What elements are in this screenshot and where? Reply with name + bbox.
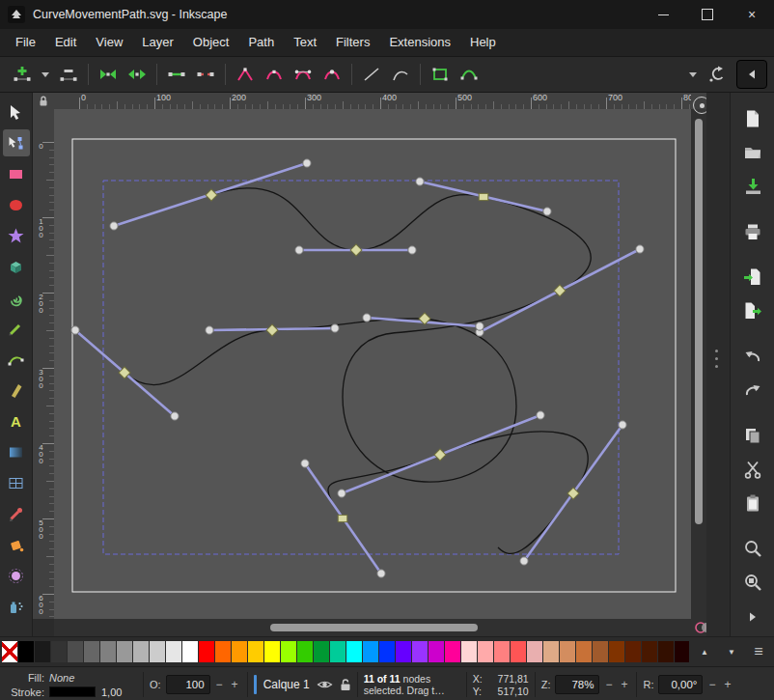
handle-end[interactable]	[303, 159, 311, 167]
menu-text[interactable]: Text	[284, 29, 326, 56]
star-tool[interactable]	[3, 222, 30, 249]
zoom-button[interactable]	[739, 537, 766, 561]
palette-swatch[interactable]	[18, 641, 34, 662]
palette-swatch[interactable]	[396, 641, 411, 662]
delete-node-button[interactable]	[54, 61, 83, 88]
palette-swatch[interactable]	[68, 641, 83, 662]
vertical-scrollbar[interactable]	[691, 109, 706, 619]
import-button[interactable]	[739, 265, 766, 289]
menu-edit[interactable]: Edit	[45, 29, 86, 56]
menu-path[interactable]: Path	[238, 29, 284, 56]
zoom-value[interactable]: 78%	[555, 675, 599, 694]
palette-swatch[interactable]	[166, 641, 181, 662]
zoom-increase-button[interactable]: +	[618, 676, 630, 693]
dock-resize-grip[interactable]	[715, 350, 718, 368]
horizontal-ruler[interactable]: 0100200300400500600700800	[54, 93, 691, 109]
save-document-button[interactable]	[739, 174, 766, 198]
handle-end[interactable]	[476, 322, 484, 330]
node-symmetric-button[interactable]	[289, 61, 318, 88]
palette-swatch[interactable]	[297, 641, 313, 662]
palette-menu-button[interactable]: ≡	[749, 642, 768, 661]
opacity-value[interactable]: 100	[166, 675, 210, 694]
palette-scroll-down-button[interactable]: ▼	[722, 642, 741, 661]
palette-swatch[interactable]	[560, 641, 575, 662]
object-to-path-button[interactable]	[426, 61, 455, 88]
handle-end[interactable]	[377, 570, 385, 577]
dropper-tool[interactable]	[3, 500, 30, 527]
rectangle-tool[interactable]	[3, 160, 30, 187]
palette-swatch[interactable]	[576, 641, 592, 662]
palette-swatch[interactable]	[314, 641, 329, 662]
new-document-button[interactable]	[739, 106, 766, 130]
menu-view[interactable]: View	[86, 29, 132, 56]
minimize-button[interactable]	[641, 0, 685, 29]
rotation-decrease-button[interactable]: −	[705, 676, 718, 693]
palette-none-swatch[interactable]	[2, 641, 17, 662]
palette-swatch[interactable]	[445, 641, 460, 662]
rotation-increase-button[interactable]: +	[721, 676, 733, 693]
node-corner-button[interactable]	[231, 61, 260, 88]
delete-segment-button[interactable]	[191, 61, 220, 88]
palette-swatch[interactable]	[248, 641, 263, 662]
vertical-scrollbar-thumb[interactable]	[695, 119, 703, 524]
rotation-value[interactable]: 0,00°	[658, 675, 703, 694]
palette-scroll-up-button[interactable]: ▲	[695, 642, 714, 661]
horizontal-scrollbar-thumb[interactable]	[270, 624, 478, 631]
stroke-to-path-button[interactable]	[455, 61, 484, 88]
stroke-width-value[interactable]: 1,00	[101, 686, 122, 698]
palette-swatch[interactable]	[412, 641, 428, 662]
palette-swatch[interactable]	[35, 641, 50, 662]
handle-end[interactable]	[408, 246, 416, 254]
palette-swatch[interactable]	[346, 641, 362, 662]
node-smooth-button[interactable]	[260, 61, 289, 88]
spiral-tool[interactable]	[3, 284, 30, 311]
zoom-decrease-button[interactable]: −	[602, 676, 615, 693]
handle-end[interactable]	[520, 557, 528, 565]
palette-swatch[interactable]	[182, 641, 198, 662]
handle-end[interactable]	[295, 246, 303, 254]
node-auto-button[interactable]	[318, 61, 346, 88]
palette-swatch[interactable]	[379, 641, 395, 662]
opacity-decrease-button[interactable]: −	[213, 676, 226, 693]
spray-tool[interactable]	[3, 593, 30, 620]
box3d-tool[interactable]	[3, 253, 30, 280]
expand-dialogs-button[interactable]	[739, 604, 766, 629]
handle-end[interactable]	[331, 324, 339, 332]
bucket-tool[interactable]	[3, 531, 30, 558]
path-node-square[interactable]	[338, 515, 347, 521]
path-node-square[interactable]	[479, 193, 488, 200]
horizontal-scrollbar[interactable]	[54, 619, 691, 636]
handle-end[interactable]	[71, 326, 79, 334]
palette-swatch[interactable]	[543, 641, 559, 662]
palette-swatch[interactable]	[51, 641, 67, 662]
stroke-color-swatch[interactable]	[49, 686, 96, 697]
pencil-tool[interactable]	[3, 315, 30, 342]
maximize-button[interactable]	[685, 0, 730, 29]
vertical-ruler[interactable]: 0100200300400500600	[33, 109, 54, 619]
redo-button[interactable]	[739, 378, 766, 403]
more-options-button[interactable]	[684, 61, 702, 88]
mesh-tool[interactable]	[3, 469, 30, 496]
palette-swatch[interactable]	[461, 641, 477, 662]
ellipse-tool[interactable]	[3, 191, 30, 218]
open-document-button[interactable]	[739, 140, 766, 164]
palette-swatch[interactable]	[330, 641, 346, 662]
palette-swatch[interactable]	[199, 641, 214, 662]
calligraphy-tool[interactable]	[3, 377, 30, 404]
fill-stroke-indicator[interactable]: Fill: None Stroke: 1,00	[6, 671, 137, 698]
insert-node-button[interactable]	[8, 61, 37, 88]
collapse-snap-toolbar-button[interactable]	[736, 60, 767, 89]
selector-tool[interactable]	[3, 98, 30, 126]
handle-end[interactable]	[636, 245, 644, 253]
layer-name[interactable]: Calque 1	[263, 678, 310, 691]
text-tool[interactable]: A	[3, 407, 30, 434]
palette-swatch[interactable]	[428, 641, 444, 662]
palette-swatch[interactable]	[609, 641, 624, 662]
handle-end[interactable]	[206, 326, 213, 334]
handle-end[interactable]	[543, 208, 551, 215]
palette-swatch[interactable]	[117, 641, 132, 662]
canvas[interactable]	[54, 109, 691, 619]
palette-swatch[interactable]	[363, 641, 378, 662]
ruler-corner[interactable]	[33, 93, 54, 109]
break-nodes-button[interactable]	[123, 61, 152, 88]
